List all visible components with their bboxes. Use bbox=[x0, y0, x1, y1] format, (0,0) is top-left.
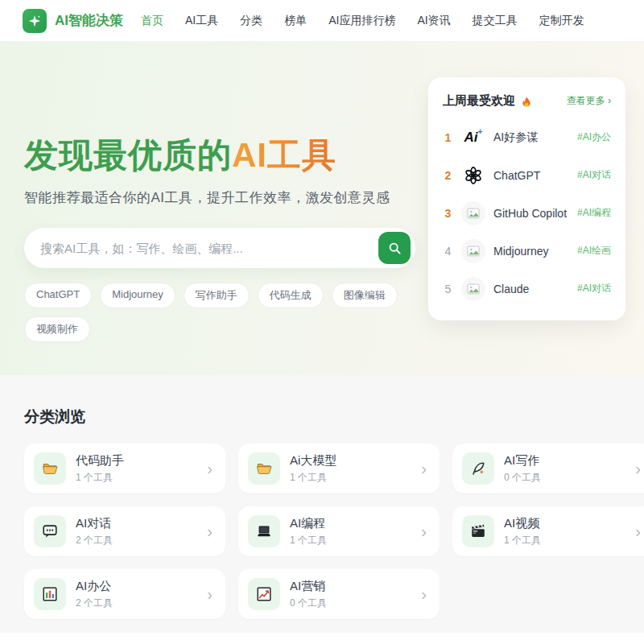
chevron-right-icon: › bbox=[421, 523, 427, 539]
category-card-ai-coding[interactable]: AI编程1 个工具 › bbox=[238, 506, 440, 556]
nav-item-home[interactable]: 首页 bbox=[141, 14, 163, 28]
nav-item-app-ranking[interactable]: AI应用排行榜 bbox=[328, 14, 395, 28]
bar-chart-icon bbox=[34, 578, 66, 610]
nav-item-news[interactable]: AI资讯 bbox=[417, 14, 450, 28]
broken-image-icon bbox=[461, 201, 485, 225]
chat-bubble-icon bbox=[34, 515, 66, 547]
nav-links: 首页 AI工具 分类 榜单 AI应用排行榜 AI资讯 提交工具 定制开发 bbox=[141, 14, 584, 28]
folder-icon bbox=[248, 452, 280, 485]
category-count: 1 个工具 bbox=[76, 471, 197, 485]
chevron-right-icon: › bbox=[635, 523, 641, 539]
nav-item-rankings[interactable]: 榜单 bbox=[284, 14, 307, 28]
rank-badge: 3 bbox=[443, 207, 453, 220]
category-name: 代码助手 bbox=[76, 453, 124, 467]
popular-title: 上周最受欢迎 bbox=[443, 93, 533, 109]
hero-section: 发现最优质的AI工具 智能推荐最适合你的AI工具，提升工作效率，激发创意灵感 C… bbox=[0, 42, 644, 375]
tag-video[interactable]: 视频制作 bbox=[24, 316, 90, 342]
popular-item-2[interactable]: 2 ChatGPT #AI对话 bbox=[443, 156, 611, 194]
chevron-right-icon: › bbox=[635, 460, 641, 477]
category-card-ai-chat[interactable]: AI对话2 个工具 › bbox=[24, 506, 225, 556]
chevron-right-icon: › bbox=[207, 523, 213, 539]
tag-writing[interactable]: 写作助手 bbox=[184, 283, 250, 308]
folder-icon bbox=[34, 452, 66, 485]
category-tag: #AI对话 bbox=[577, 282, 611, 295]
chevron-right-icon: › bbox=[207, 586, 213, 602]
footer-strip bbox=[0, 633, 644, 644]
top-navbar: AI智能决策 首页 AI工具 分类 榜单 AI应用排行榜 AI资讯 提交工具 定… bbox=[0, 0, 644, 42]
brand-name: AI智能决策 bbox=[55, 11, 123, 30]
tag-chatgpt[interactable]: ChatGPT bbox=[24, 283, 92, 308]
categories-section: 分类浏览 代码助手1 个工具 › Ai大模型1 个工具 › AI写作0 个工具 … bbox=[0, 375, 644, 619]
chevron-right-icon: › bbox=[608, 95, 611, 106]
category-card-ai-marketing[interactable]: AI营销0 个工具 › bbox=[238, 569, 440, 619]
tag-codegen[interactable]: 代码生成 bbox=[258, 283, 324, 308]
rank-badge: 1 bbox=[443, 131, 453, 144]
category-name: AI营销 bbox=[290, 579, 325, 592]
category-count: 1 个工具 bbox=[290, 471, 411, 485]
category-card-ai-writing[interactable]: AI写作0 个工具 › bbox=[452, 444, 644, 493]
title-orange-part: AI工具 bbox=[232, 136, 336, 174]
category-name: AI对话 bbox=[76, 516, 111, 530]
nav-item-categories[interactable]: 分类 bbox=[240, 14, 262, 28]
popular-item-4[interactable]: 4 Midjourney #AI绘画 bbox=[443, 232, 611, 270]
category-count: 2 个工具 bbox=[76, 534, 197, 547]
rank-badge: 5 bbox=[443, 283, 453, 295]
clapperboard-icon bbox=[462, 515, 494, 547]
category-card-ai-video[interactable]: AI视频1 个工具 › bbox=[452, 506, 644, 556]
brand-logo bbox=[23, 9, 47, 33]
popular-list: 1 Ai+ AI好参谋 #AI办公 2 ChatGPT #AI对话 3 bbox=[443, 118, 611, 308]
view-more-link[interactable]: 查看更多 › bbox=[567, 94, 611, 108]
category-name: Ai大模型 bbox=[290, 453, 336, 467]
tag-image-edit[interactable]: 图像编辑 bbox=[332, 283, 398, 308]
popular-item-5[interactable]: 5 Claude #AI对话 bbox=[443, 270, 611, 308]
rank-badge: 2 bbox=[443, 169, 453, 182]
category-name: AI视频 bbox=[504, 516, 539, 530]
tag-midjourney[interactable]: Midjourney bbox=[100, 283, 175, 308]
popular-panel: 上周最受欢迎 查看更多 › 1 Ai+ AI好参谋 #AI办公 2 bbox=[428, 77, 625, 320]
nav-item-submit-tool[interactable]: 提交工具 bbox=[473, 14, 518, 28]
laptop-icon bbox=[248, 515, 280, 547]
openai-logo-icon bbox=[461, 163, 485, 188]
broken-image-icon bbox=[461, 277, 485, 301]
title-green-part: 发现最优质的 bbox=[24, 136, 232, 174]
category-name: AI办公 bbox=[76, 579, 111, 592]
category-count: 2 个工具 bbox=[76, 597, 197, 610]
category-count: 1 个工具 bbox=[290, 534, 411, 547]
category-card-code-assistant[interactable]: 代码助手1 个工具 › bbox=[24, 444, 225, 493]
category-count: 1 个工具 bbox=[504, 534, 625, 547]
category-tag: #AI办公 bbox=[577, 130, 611, 144]
ai-haocanmou-logo-icon: Ai+ bbox=[461, 126, 485, 150]
categories-grid: 代码助手1 个工具 › Ai大模型1 个工具 › AI写作0 个工具 › AI对… bbox=[24, 444, 620, 619]
nav-item-custom-dev[interactable]: 定制开发 bbox=[539, 14, 584, 28]
pen-icon bbox=[462, 452, 494, 485]
category-count: 0 个工具 bbox=[504, 471, 625, 485]
line-chart-icon bbox=[248, 578, 280, 610]
chevron-right-icon: › bbox=[207, 460, 213, 477]
search-icon bbox=[386, 240, 402, 256]
popular-item-1[interactable]: 1 Ai+ AI好参谋 #AI办公 bbox=[443, 118, 611, 156]
category-name: AI写作 bbox=[504, 453, 539, 467]
chevron-right-icon: › bbox=[421, 460, 427, 477]
fire-icon bbox=[520, 95, 533, 108]
categories-title: 分类浏览 bbox=[24, 375, 620, 427]
search-input[interactable] bbox=[40, 242, 378, 255]
category-tag: #AI对话 bbox=[577, 168, 611, 182]
rank-badge: 4 bbox=[443, 245, 453, 258]
search-button[interactable] bbox=[378, 232, 411, 264]
chevron-right-icon: › bbox=[421, 586, 427, 602]
popular-item-3[interactable]: 3 GitHub Copilot #AI编程 bbox=[443, 194, 611, 232]
nav-item-ai-tools[interactable]: AI工具 bbox=[185, 14, 218, 28]
category-count: 0 个工具 bbox=[290, 597, 411, 610]
category-tag: #AI编程 bbox=[577, 206, 611, 220]
sparkle-icon bbox=[27, 14, 42, 28]
category-card-ai-office[interactable]: AI办公2 个工具 › bbox=[24, 569, 225, 619]
category-tag: #AI绘画 bbox=[577, 244, 611, 258]
broken-image-icon bbox=[461, 239, 485, 263]
category-name: AI编程 bbox=[290, 516, 325, 530]
quick-tags: ChatGPT Midjourney 写作助手 代码生成 图像编辑 视频制作 bbox=[24, 283, 459, 342]
search-bar bbox=[24, 228, 415, 268]
category-card-large-models[interactable]: Ai大模型1 个工具 › bbox=[238, 444, 440, 493]
